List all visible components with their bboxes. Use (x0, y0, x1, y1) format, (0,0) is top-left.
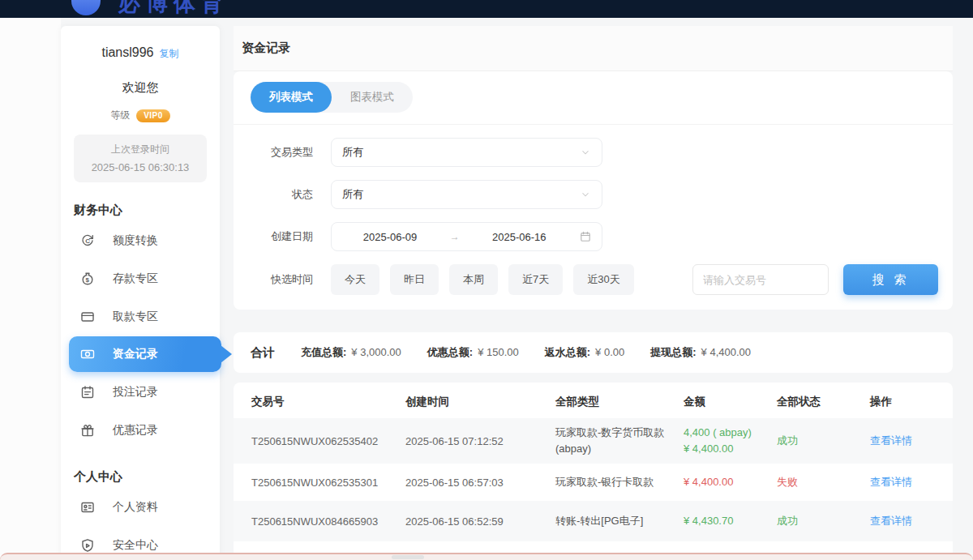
copy-username-button[interactable]: 复制 (160, 48, 179, 59)
level-label: 等级 (110, 109, 130, 121)
summary-value: ¥ 3,000.00 (351, 346, 401, 358)
svg-text:$: $ (86, 276, 90, 284)
summary-label: 优惠总额: (427, 345, 473, 360)
col-created-time: 创建时间 (405, 395, 555, 409)
vip-badge: VIP0 (136, 109, 170, 122)
left-margin (0, 18, 61, 560)
filter-row-date: 创建日期 2025-06-09 → 2025-06-16 (234, 222, 953, 251)
cell-status: 失败 (777, 475, 870, 489)
col-action: 操作 (870, 395, 953, 409)
page-title: 资金记录 (242, 41, 290, 56)
sidebar-item-label: 额度转换 (113, 233, 158, 248)
cell-transaction-id: T250615NWUX062535402 (251, 435, 405, 447)
amount-line: ¥ 4,430.70 (684, 513, 777, 529)
sidebar-item-funds-record[interactable]: 资金记录 (69, 336, 221, 372)
status-filter-label: 状态 (234, 187, 313, 202)
filter-row-status: 状态 所有 (234, 180, 953, 209)
brand-name: 必博体育 (118, 0, 229, 18)
funds-banknote-icon (79, 346, 96, 362)
view-mode-tabs: 列表模式 图表模式 (234, 71, 953, 113)
sidebar-item-deposit[interactable]: $ 存款专区 (61, 259, 220, 297)
date-filter-label: 创建日期 (234, 229, 313, 244)
quick-btn-today[interactable]: 今天 (331, 264, 379, 295)
date-to-value[interactable]: 2025-06-16 (470, 231, 568, 243)
sidebar-item-label: 优惠记录 (113, 423, 158, 438)
cell-type: 玩家取款-数字货币取款 (abpay) (555, 425, 684, 457)
tab-list-mode[interactable]: 列表模式 (251, 82, 332, 113)
type-line: 转账-转出[PG电子] (555, 513, 672, 529)
cell-created-time: 2025-06-15 06:57:03 (405, 477, 555, 489)
sidebar-item-withdraw[interactable]: 取款专区 (61, 297, 220, 336)
table-row: T250615NWUX062535301 2025-06-15 06:57:03… (234, 464, 953, 501)
profile-idcard-icon (79, 499, 96, 515)
amount-line: ¥ 4,400.00 (684, 474, 777, 490)
col-transaction-id: 交易号 (251, 395, 405, 409)
col-status-filter[interactable]: 全部状态 (777, 395, 870, 409)
sidebar-item-promo-record[interactable]: 优惠记录 (61, 411, 220, 449)
sidebar-item-label: 取款专区 (113, 310, 158, 324)
quick-btn-last-30-days[interactable]: 近30天 (573, 264, 633, 295)
table-row: T250615NWUX062535402 2025-06-15 07:12:52… (234, 418, 953, 464)
cell-transaction-id: T250615NWUX062535301 (251, 477, 405, 489)
quick-btn-yesterday[interactable]: 昨日 (390, 264, 439, 295)
cell-status: 成功 (777, 514, 870, 528)
sidebar-item-label: 安全中心 (113, 538, 158, 553)
cell-amount: ¥ 4,400.00 (684, 474, 777, 490)
date-from-value[interactable]: 2025-06-09 (341, 231, 439, 243)
col-type-filter[interactable]: 全部类型 (555, 395, 684, 409)
summary-value: ¥ 150.00 (478, 346, 519, 358)
user-row: tiansl996复制 (61, 45, 220, 61)
tab-chart-mode[interactable]: 图表模式 (332, 82, 413, 113)
transaction-search-input[interactable] (692, 264, 829, 295)
sidebar-item-profile[interactable]: 个人资料 (61, 488, 220, 526)
quick-btn-this-week[interactable]: 本周 (449, 264, 498, 295)
summary-deposit-total: 充值总额: ¥ 3,000.00 (301, 345, 401, 360)
quick-time-label: 快选时间 (234, 272, 313, 287)
sidebar-item-label: 投注记录 (113, 385, 158, 400)
date-range-picker[interactable]: 2025-06-09 → 2025-06-16 (331, 222, 602, 251)
bottom-bar-handle[interactable] (392, 555, 424, 559)
deposit-moneybag-icon: $ (79, 271, 96, 287)
sidebar-item-label: 个人资料 (113, 500, 158, 515)
type-select[interactable]: 所有 (331, 138, 602, 167)
finance-menu: C 额度转换 $ 存款专区 取款专区 资 (61, 221, 220, 449)
view-details-link[interactable]: 查看详情 (870, 475, 953, 489)
search-button[interactable]: 搜 索 (843, 264, 938, 295)
status-select[interactable]: 所有 (331, 180, 602, 209)
table-row: T250615NWUX084665903 2025-06-15 06:52:59… (234, 501, 953, 541)
sidebar-item-bet-record[interactable]: 投注记录 (61, 373, 220, 411)
summary-total-label: 合计 (251, 345, 275, 361)
tabs-divider (234, 124, 953, 125)
sidebar-item-label: 资金记录 (113, 347, 158, 361)
date-range-arrow: → (450, 231, 460, 242)
cell-amount: 4,400 ( abpay) ¥ 4,400.00 (684, 425, 777, 457)
type-line: 玩家取款-银行卡取款 (555, 474, 672, 490)
last-login-label: 上次登录时间 (74, 143, 207, 156)
top-navbar: 必博体育 (0, 0, 973, 18)
view-details-link[interactable]: 查看详情 (870, 434, 953, 448)
sidebar-item-quota-convert[interactable]: C 额度转换 (61, 221, 220, 259)
amount-line: ¥ 4,400.00 (684, 441, 777, 457)
cell-created-time: 2025-06-15 06:52:59 (405, 515, 555, 528)
cell-type: 玩家取款-银行卡取款 (555, 474, 684, 490)
quick-btn-last-7-days[interactable]: 近7天 (508, 264, 563, 295)
main-content: 资金记录 列表模式 图表模式 交易类型 所有 (234, 26, 953, 560)
promo-gift-icon (79, 422, 96, 438)
chevron-down-icon (580, 147, 591, 158)
bottom-overlay-bar (0, 553, 973, 560)
welcome-text: 欢迎您 (61, 80, 220, 96)
type-filter-label: 交易类型 (234, 145, 313, 160)
type-select-value: 所有 (342, 145, 580, 160)
page-header: 资金记录 (234, 26, 953, 71)
summary-card: 合计 充值总额: ¥ 3,000.00 优惠总额: ¥ 150.00 返水总额:… (234, 332, 953, 373)
amount-line: 4,400 ( abpay) (684, 425, 777, 441)
summary-value: ¥ 4,400.00 (701, 346, 751, 358)
view-details-link[interactable]: 查看详情 (870, 514, 953, 528)
section-title-personal: 个人中心 (74, 469, 220, 485)
svg-text:C: C (85, 237, 90, 245)
level-row: 等级VIP0 (61, 109, 220, 122)
filter-row-type: 交易类型 所有 (234, 138, 953, 167)
summary-value: ¥ 0.00 (595, 346, 624, 358)
personal-menu: 个人资料 安全中心 (61, 488, 220, 560)
cell-type: 转账-转出[PG电子] (555, 513, 684, 529)
